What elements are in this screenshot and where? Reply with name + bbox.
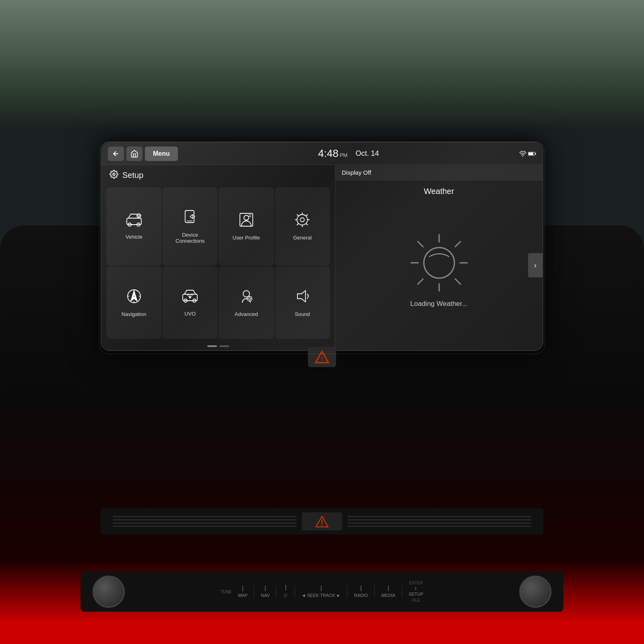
svg-point-21 [297, 215, 308, 225]
svg-line-47 [455, 242, 460, 247]
user-profile-label: User Profile [233, 235, 260, 241]
svg-text:!: ! [321, 355, 323, 362]
menu-button[interactable]: Menu [145, 147, 178, 161]
advanced-icon [238, 288, 254, 308]
volume-knob[interactable] [93, 576, 125, 608]
advanced-label: Advanced [235, 311, 258, 318]
screen-content: Menu 4:48 PM Oct. 14 [101, 142, 543, 350]
back-button[interactable] [108, 147, 124, 161]
weather-sun-icon [407, 231, 471, 295]
time-value: 4:48 [318, 147, 339, 160]
svg-rect-3 [528, 153, 533, 155]
tune-knob[interactable] [519, 576, 551, 608]
sound-label: Sound [295, 311, 310, 318]
date-display: Oct. 14 [355, 149, 379, 158]
navigation-label: Navigation [122, 311, 146, 318]
weather-title: Weather [335, 187, 543, 196]
sound-icon [294, 288, 310, 308]
header-bar: Menu 4:48 PM Oct. 14 [101, 142, 543, 165]
display-off-bar[interactable]: Display Off [335, 165, 543, 180]
setup-label: Setup [122, 171, 143, 180]
device-connections-icon [182, 209, 198, 229]
menu-item-user-profile[interactable]: User Profile [219, 187, 274, 266]
car-background: Menu 4:48 PM Oct. 14 [0, 0, 644, 644]
battery-icon [528, 151, 536, 157]
svg-point-24 [133, 295, 135, 297]
header-center: 4:48 PM Oct. 14 [178, 147, 519, 160]
user-profile-icon [238, 212, 254, 231]
home-button[interactable] [126, 147, 142, 161]
left-panel: Setup [101, 165, 335, 350]
pagination-dot-2[interactable] [219, 345, 229, 347]
menu-item-general[interactable]: General [275, 187, 330, 266]
time-display: 4:48 PM [318, 147, 347, 160]
menu-item-navigation[interactable]: Navigation [106, 266, 162, 339]
weather-loading-text: Loading Weather... [410, 300, 467, 308]
svg-rect-2 [535, 153, 536, 155]
media-btn[interactable]: MEDIA [381, 586, 395, 598]
menu-item-advanced[interactable]: Advanced [219, 266, 274, 339]
svg-point-17 [244, 215, 249, 220]
map-btn[interactable]: MAP [238, 586, 248, 598]
weather-section: Weather [335, 180, 543, 350]
pagination-dot-1[interactable] [207, 345, 217, 347]
hazard-button[interactable]: ! [308, 347, 336, 367]
svg-point-4 [113, 173, 115, 175]
svg-point-32 [190, 297, 191, 298]
pagination-dots [101, 342, 335, 350]
uvo-label: UVO [184, 311, 196, 317]
svg-line-48 [418, 279, 423, 284]
weather-icon-container [407, 231, 471, 295]
menu-item-uvo[interactable]: UVO [163, 266, 218, 339]
general-icon [294, 212, 310, 231]
time-ampm: PM [340, 152, 348, 158]
svg-point-33 [243, 291, 250, 297]
uvo-icon [181, 289, 199, 308]
svg-point-0 [522, 155, 523, 156]
header-nav-buttons: Menu [108, 147, 178, 161]
svg-point-49 [424, 248, 454, 278]
vent-center-control[interactable] [302, 512, 342, 530]
signal-icons [519, 151, 536, 157]
setup-header: Setup [101, 165, 335, 184]
radio-btn[interactable]: RADIO [354, 586, 368, 598]
weather-next-arrow[interactable]: › [528, 253, 543, 277]
control-buttons: TUNE MAP NAV ☆ ◄ SEEK TRACK ► [221, 581, 423, 603]
svg-line-46 [455, 279, 460, 284]
menu-grid: Vehicle [101, 184, 335, 342]
tune-label-top: TUNE [221, 590, 231, 594]
setup-icon [109, 170, 118, 181]
seek-track-btn[interactable]: ◄ SEEK TRACK ► [301, 586, 341, 598]
svg-marker-40 [297, 291, 305, 302]
main-content: Setup [101, 165, 543, 350]
menu-item-device-connections[interactable]: DeviceConnections [163, 187, 218, 266]
menu-item-sound[interactable]: Sound [275, 266, 330, 339]
device-connections-label: DeviceConnections [175, 232, 204, 244]
infotainment-screen: Menu 4:48 PM Oct. 14 [101, 142, 543, 351]
controls-bar: TUNE MAP NAV ☆ ◄ SEEK TRACK ► [80, 572, 564, 612]
svg-point-54 [322, 524, 323, 526]
svg-rect-5 [127, 218, 141, 225]
svg-line-45 [418, 242, 423, 247]
navigation-icon [126, 288, 142, 308]
vehicle-label: Vehicle [126, 234, 142, 240]
vehicle-icon [125, 213, 143, 231]
svg-point-20 [300, 218, 304, 222]
header-status-icons [519, 151, 536, 157]
vent-area [101, 508, 543, 535]
wifi-icon [519, 151, 526, 157]
general-label: General [293, 235, 312, 241]
menu-item-vehicle[interactable]: Vehicle [106, 187, 162, 266]
nav-btn-control[interactable]: NAV [261, 586, 270, 598]
setup-btn-control[interactable]: ENTER SETUP FILE [409, 581, 423, 603]
fav-btn[interactable]: ☆ [283, 585, 288, 599]
right-panel: Display Off Weather [335, 165, 543, 350]
